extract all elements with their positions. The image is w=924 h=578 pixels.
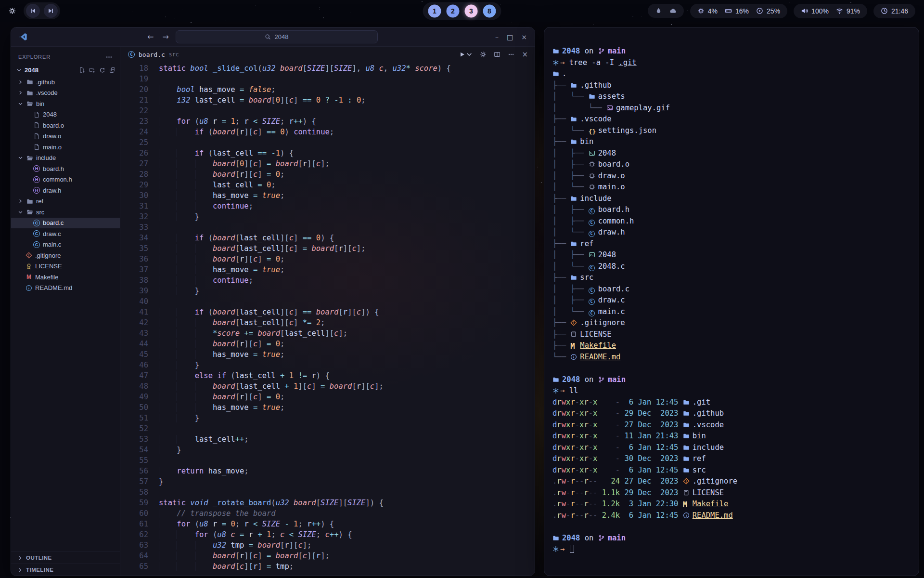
code-line-21[interactable]: i32 last_cell = board[0][c] == 0 ? -1 : … <box>159 95 451 105</box>
code-line-62[interactable]: for (u8 c = r + 1; c < SIZE; c++) { <box>159 529 451 540</box>
code-line-49[interactable]: board[r][c] = 0; <box>159 392 451 402</box>
vscode-titlebar[interactable]: ← → 2048 – □ × <box>11 27 535 47</box>
code-line-18[interactable]: static bool _slide_col(u32 board[SIZE][S… <box>159 63 451 74</box>
explorer-item-2048[interactable]: 2048 <box>11 109 120 120</box>
code-line-22[interactable] <box>159 105 451 116</box>
explorer-item-draw.o[interactable]: draw.o <box>11 131 120 142</box>
project-root-folder[interactable]: 2048 <box>11 64 120 76</box>
media-next-button[interactable] <box>44 4 58 18</box>
minimize-button[interactable]: – <box>495 33 499 41</box>
explorer-item-board.o[interactable]: board.o <box>11 120 120 131</box>
code-line-59[interactable]: static void _rotate_board(u32 board[SIZE… <box>159 498 451 508</box>
code-line-36[interactable]: board[r][c] = 0; <box>159 254 451 264</box>
code-line-63[interactable]: u32 tmp = board[r][c]; <box>159 540 451 551</box>
timeline-panel[interactable]: TIMELINE <box>11 564 120 576</box>
explorer-item-draw.c[interactable]: Cdraw.c <box>11 228 120 239</box>
code-line-61[interactable]: for (u8 r = 0; r < SIZE - 1; r++) { <box>159 519 451 529</box>
maximize-button[interactable]: □ <box>507 33 513 41</box>
code-line-54[interactable]: } <box>159 445 451 455</box>
code-line-25[interactable] <box>159 137 451 148</box>
explorer-item-draw.h[interactable]: Hdraw.h <box>11 185 120 196</box>
code-line-38[interactable]: continue; <box>159 275 451 286</box>
code-line-40[interactable] <box>159 296 451 307</box>
explorer-item-README.md[interactable]: README.md <box>11 283 120 294</box>
terminal-window[interactable]: 2048 on main→ tree -a -I .git.├── .githu… <box>544 27 919 576</box>
explorer-item-src[interactable]: src <box>11 207 120 218</box>
code-line-27[interactable]: board[0][c] = board[r][c]; <box>159 158 451 169</box>
media-previous-button[interactable] <box>26 4 40 18</box>
new-file-button[interactable] <box>79 67 85 73</box>
explorer-item-.vscode[interactable]: .vscode <box>11 88 120 99</box>
run-settings-gear-icon[interactable] <box>480 51 487 58</box>
explorer-item-board.c[interactable]: Cboard.c <box>11 218 120 229</box>
workspace-3-active[interactable]: 3 <box>465 4 478 17</box>
system-logo-icon[interactable] <box>9 7 16 14</box>
code-line-28[interactable]: board[r][c] = 0; <box>159 169 451 180</box>
run-file-button[interactable] <box>459 51 473 58</box>
code-line-34[interactable]: if (board[last_cell][c] == 0) { <box>159 233 451 243</box>
outline-panel[interactable]: OUTLINE <box>11 552 120 564</box>
command-center-search[interactable]: 2048 <box>176 30 378 43</box>
code-line-58[interactable] <box>159 487 451 498</box>
code-line-48[interactable]: board[last_cell + 1][c] = board[r][c]; <box>159 381 451 392</box>
code-line-24[interactable]: if (board[r][c] == 0) continue; <box>159 127 451 137</box>
code-line-50[interactable]: has_move = true; <box>159 402 451 413</box>
explorer-item-Makefile[interactable]: MMakefile <box>11 272 120 283</box>
explorer-item-board.h[interactable]: Hboard.h <box>11 163 120 174</box>
explorer-item-.gitignore[interactable]: .gitignore <box>11 250 120 261</box>
explorer-more-actions-icon[interactable] <box>105 53 113 61</box>
code-line-31[interactable]: continue; <box>159 201 451 211</box>
code-line-51[interactable]: } <box>159 413 451 423</box>
code-line-46[interactable]: } <box>159 360 451 370</box>
refresh-explorer-button[interactable] <box>99 67 105 73</box>
workspace-2[interactable]: 2 <box>447 4 460 17</box>
code-line-35[interactable]: board[last_cell][c] = board[r][c]; <box>159 243 451 254</box>
code-line-52[interactable] <box>159 423 451 434</box>
code-line-29[interactable]: last_cell = 0; <box>159 180 451 190</box>
tab-board-c[interactable]: C board.c src <box>120 47 187 62</box>
folder-icon <box>552 534 562 545</box>
code-line-43[interactable]: *score += board[last_cell][c]; <box>159 328 451 339</box>
code-line-30[interactable]: has_move = true; <box>159 190 451 201</box>
code-line-32[interactable]: } <box>159 211 451 222</box>
code-line-19[interactable] <box>159 74 451 84</box>
code-line-44[interactable]: board[r][c] = 0; <box>159 339 451 349</box>
nav-forward-button[interactable]: → <box>161 32 171 41</box>
code-line-42[interactable]: board[last_cell][c] *= 2; <box>159 317 451 328</box>
code-line-57[interactable]: } <box>159 476 451 487</box>
split-editor-button[interactable] <box>494 51 500 58</box>
code-line-64[interactable]: board[r][c] = board[c][r]; <box>159 551 451 561</box>
explorer-item-bin[interactable]: bin <box>11 98 120 109</box>
explorer-item-common.h[interactable]: Hcommon.h <box>11 174 120 185</box>
nav-back-button[interactable]: ← <box>145 32 155 41</box>
code-editor[interactable]: 1819202122232425262728293031323334353637… <box>120 62 535 576</box>
code-line-56[interactable]: return has_move; <box>159 466 451 476</box>
close-tab-button[interactable]: × <box>522 50 528 59</box>
code-line-33[interactable] <box>159 222 451 233</box>
explorer-item-LICENSE[interactable]: LICENSE <box>11 261 120 272</box>
code-line-60[interactable]: // transpose the board <box>159 508 451 519</box>
code-line-23[interactable]: for (u8 r = 1; r < SIZE; r++) { <box>159 116 451 127</box>
new-folder-button[interactable] <box>89 67 95 73</box>
code-line-55[interactable] <box>159 455 451 466</box>
code-line-53[interactable]: last_cell++; <box>159 434 451 445</box>
workspace-1[interactable]: 1 <box>428 4 441 17</box>
code-line-20[interactable]: bool has_move = false; <box>159 84 451 95</box>
code-line-47[interactable]: else if (last_cell + 1 != r) { <box>159 370 451 381</box>
code-line-37[interactable]: has_move = true; <box>159 264 451 275</box>
explorer-item-include[interactable]: include <box>11 153 120 164</box>
explorer-item-.github[interactable]: .github <box>11 77 120 88</box>
close-button[interactable]: × <box>521 33 527 41</box>
collapse-folders-button[interactable] <box>109 67 116 73</box>
explorer-item-ref[interactable]: ref <box>11 196 120 207</box>
code-line-26[interactable]: if (last_cell == -1) { <box>159 148 451 158</box>
code-line-65[interactable]: board[c][r] = tmp; <box>159 561 451 572</box>
more-editor-actions-button[interactable] <box>508 51 514 58</box>
code-line-39[interactable]: } <box>159 286 451 296</box>
workspace-8[interactable]: 8 <box>483 4 496 17</box>
explorer-item-main.c[interactable]: Cmain.c <box>11 239 120 250</box>
code-line-45[interactable]: has_move = true; <box>159 349 451 360</box>
explorer-item-main.o[interactable]: main.o <box>11 142 120 153</box>
code-content[interactable]: static bool _slide_col(u32 board[SIZE][S… <box>148 63 451 576</box>
code-line-41[interactable]: if (board[last_cell][c] == board[r][c]) … <box>159 307 451 317</box>
